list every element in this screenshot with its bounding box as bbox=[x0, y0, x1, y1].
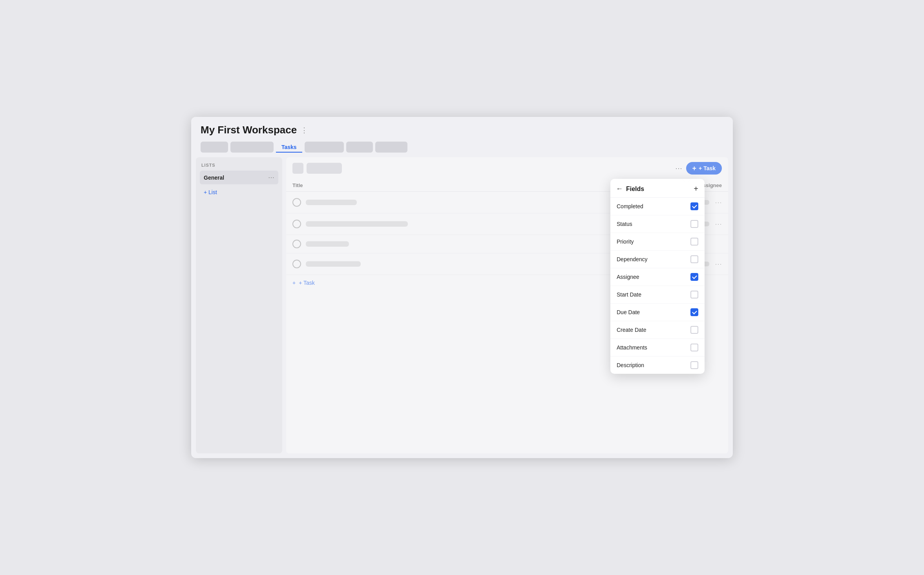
task-title-2 bbox=[306, 221, 408, 227]
fields-add-button[interactable]: + bbox=[694, 184, 698, 193]
field-item-due-date[interactable]: Due Date bbox=[610, 304, 705, 321]
field-item-assignee[interactable]: Assignee bbox=[610, 268, 705, 286]
field-label-status: Status bbox=[617, 221, 632, 227]
tab-pill-1[interactable] bbox=[201, 142, 228, 153]
tab-tasks[interactable]: Tasks bbox=[276, 142, 302, 153]
field-label-assignee: Assignee bbox=[617, 274, 639, 280]
workspace-menu-icon[interactable]: ⋮ bbox=[301, 126, 308, 135]
sidebar-item-general[interactable]: General ⋯ bbox=[200, 171, 278, 184]
header: My First Workspace ⋮ Tasks bbox=[191, 117, 733, 153]
field-item-dependency[interactable]: Dependency bbox=[610, 251, 705, 268]
sidebar-item-label-general: General bbox=[204, 175, 224, 181]
field-label-completed: Completed bbox=[617, 203, 643, 209]
task-checkbox-4[interactable] bbox=[292, 260, 301, 268]
field-item-description[interactable]: Description bbox=[610, 357, 705, 374]
row-more-icon-1[interactable]: ⋯ bbox=[715, 198, 722, 207]
add-list-label: + List bbox=[204, 189, 217, 195]
field-checkbox-start-date[interactable] bbox=[690, 291, 698, 298]
workspace-title: My First Workspace bbox=[201, 124, 297, 136]
field-label-start-date: Start Date bbox=[617, 291, 641, 298]
task-checkbox-1[interactable] bbox=[292, 198, 301, 207]
field-label-priority: Priority bbox=[617, 238, 634, 245]
sidebar-item-menu-icon[interactable]: ⋯ bbox=[268, 174, 274, 181]
add-list-button[interactable]: + List bbox=[200, 186, 278, 198]
task-area: ⋯ + + Task Title Assignee bbox=[286, 157, 728, 453]
row-more-icon-2[interactable]: ⋯ bbox=[715, 220, 722, 228]
fields-header: ← Fields + bbox=[610, 179, 705, 198]
field-item-status[interactable]: Status bbox=[610, 215, 705, 233]
task-area-header-right: ⋯ + + Task bbox=[675, 162, 722, 175]
field-checkbox-attachments[interactable] bbox=[690, 344, 698, 351]
task-checkbox-2[interactable] bbox=[292, 220, 301, 228]
task-title-4 bbox=[306, 261, 361, 267]
field-checkbox-create-date[interactable] bbox=[690, 326, 698, 334]
tab-pill-5[interactable] bbox=[375, 142, 407, 153]
field-checkbox-description[interactable] bbox=[690, 361, 698, 369]
view-icon-box[interactable] bbox=[292, 163, 303, 174]
add-task-label: + Task bbox=[699, 165, 716, 171]
fields-header-left: ← Fields bbox=[616, 185, 644, 193]
add-task-row-label: + Task bbox=[299, 280, 315, 286]
task-checkbox-3[interactable] bbox=[292, 240, 301, 248]
field-checkbox-priority[interactable] bbox=[690, 238, 698, 246]
sidebar: LISTS General ⋯ + List bbox=[196, 157, 282, 453]
field-item-completed[interactable]: Completed bbox=[610, 198, 705, 215]
tab-pill-3[interactable] bbox=[305, 142, 344, 153]
add-task-row-icon: + bbox=[292, 280, 296, 286]
field-label-due-date: Due Date bbox=[617, 309, 640, 315]
field-label-create-date: Create Date bbox=[617, 327, 646, 333]
add-task-button[interactable]: + + Task bbox=[686, 162, 722, 175]
fields-back-button[interactable]: ← bbox=[616, 185, 623, 193]
tabs-row: Tasks bbox=[201, 142, 723, 153]
task-area-header-left bbox=[292, 163, 342, 174]
main-content: LISTS General ⋯ + List ⋯ + bbox=[191, 153, 733, 458]
task-area-more-icon[interactable]: ⋯ bbox=[675, 164, 682, 173]
field-item-start-date[interactable]: Start Date bbox=[610, 286, 705, 304]
task-title-3 bbox=[306, 241, 349, 247]
task-area-header: ⋯ + + Task bbox=[286, 157, 728, 179]
tab-pill-4[interactable] bbox=[346, 142, 373, 153]
field-item-attachments[interactable]: Attachments bbox=[610, 339, 705, 357]
field-checkbox-dependency[interactable] bbox=[690, 255, 698, 263]
field-checkbox-status[interactable] bbox=[690, 220, 698, 228]
filter-pill[interactable] bbox=[307, 163, 342, 174]
field-checkbox-completed[interactable] bbox=[690, 202, 698, 210]
tab-pill-2[interactable] bbox=[230, 142, 274, 153]
field-label-attachments: Attachments bbox=[617, 344, 647, 351]
app-window: My First Workspace ⋮ Tasks LISTS General… bbox=[191, 117, 733, 458]
field-item-priority[interactable]: Priority bbox=[610, 233, 705, 251]
field-item-create-date[interactable]: Create Date bbox=[610, 321, 705, 339]
lists-label: LISTS bbox=[200, 163, 278, 167]
row-more-icon-4[interactable]: ⋯ bbox=[715, 260, 722, 268]
field-label-description: Description bbox=[617, 362, 644, 368]
field-checkbox-assignee[interactable] bbox=[690, 273, 698, 281]
add-task-plus-icon: + bbox=[692, 165, 697, 172]
field-checkbox-due-date[interactable] bbox=[690, 308, 698, 316]
fields-title: Fields bbox=[626, 186, 644, 193]
task-title-1 bbox=[306, 200, 357, 205]
fields-dropdown: ← Fields + Completed Status Priority bbox=[610, 179, 705, 374]
field-label-dependency: Dependency bbox=[617, 256, 648, 262]
